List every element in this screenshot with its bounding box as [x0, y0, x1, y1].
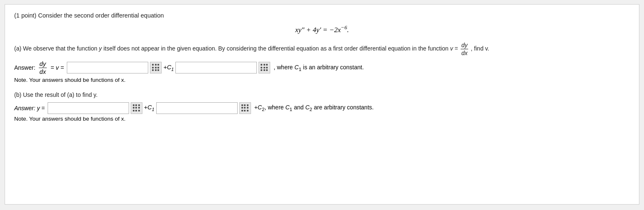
part-b-input2[interactable] [156, 102, 238, 114]
part-b-grid-btn2[interactable] [239, 102, 251, 114]
grid-dots-icon2 [261, 64, 268, 71]
part-a-answer-label: Answer: [14, 64, 35, 71]
grid-dots-icon4 [241, 104, 249, 112]
grid-dots-icon [152, 64, 160, 71]
part-a-input2[interactable] [175, 62, 257, 73]
part-b-where-text: +C2, where C1 and C2 are arbitrary const… [254, 104, 374, 112]
part-b-answer-row: Answer: y = +C1 [14, 102, 630, 114]
part-b-input1[interactable] [48, 102, 129, 114]
part-a-fraction: dy dx [39, 61, 47, 75]
part-b-c1-label: +C1 [144, 104, 155, 112]
part-a-c1-label: +C1 [163, 64, 174, 72]
part-a-input1[interactable] [67, 62, 148, 73]
grid-dots-icon3 [133, 104, 140, 112]
part-a-grid-btn2[interactable] [259, 62, 270, 73]
part-a-where-text: , where C1 is an arbitrary constant. [274, 64, 364, 72]
part-a-description: (a) We observe that the function y itsel… [14, 42, 630, 56]
part-a-grid-btn1[interactable] [150, 62, 162, 73]
part-a-note: Note. Your answers should be functions o… [14, 77, 630, 83]
main-container: (1 point) Consider the second order diff… [5, 4, 639, 205]
part-b-answer-label: Answer: y = [14, 105, 45, 111]
part-b-description: (b) Use the result of (a) to find y. [14, 91, 630, 98]
part-b-note: Note. Your answers should be functions o… [14, 116, 630, 122]
problem-title: (1 point) Consider the second order diff… [14, 12, 630, 19]
equation-display: xy″ + 4y′ = −2x−6. [14, 25, 630, 34]
part-a-answer-row: Answer: dy dx = v = +C1 [14, 61, 630, 75]
part-b-grid-btn1[interactable] [131, 102, 142, 114]
dy-dx-fraction: dy dx [461, 42, 469, 56]
